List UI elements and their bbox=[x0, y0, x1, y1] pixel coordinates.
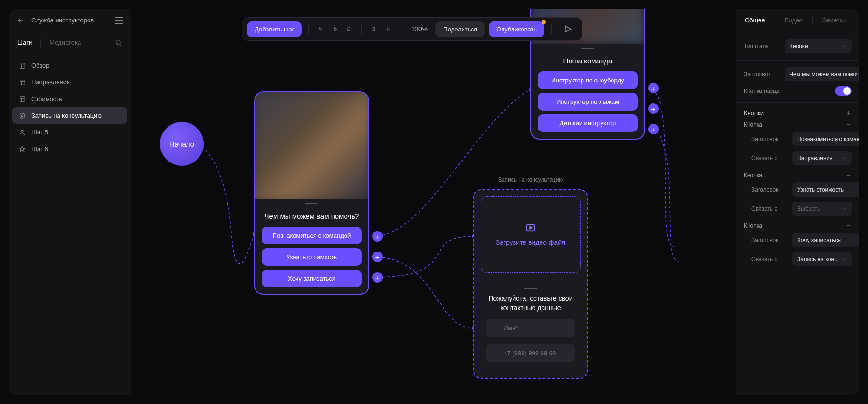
remove-icon[interactable] bbox=[845, 121, 852, 128]
title-label: Заголовок bbox=[751, 136, 788, 142]
button-config-1: Кнопка Заголовок Связать с Направления bbox=[744, 121, 852, 165]
palette-icon[interactable] bbox=[368, 24, 379, 34]
tab-general[interactable]: Общее bbox=[745, 17, 765, 24]
upload-icon bbox=[525, 222, 536, 233]
project-title: Служба инструкторов bbox=[31, 17, 108, 24]
phone-input[interactable] bbox=[486, 344, 575, 362]
share-button[interactable]: Поделиться bbox=[435, 21, 485, 37]
card-image bbox=[255, 92, 368, 199]
select-value: Запись на кон... bbox=[797, 256, 839, 263]
link-label: Связать с bbox=[751, 155, 788, 162]
divider bbox=[812, 17, 813, 24]
buttons-section-label: Кнопки bbox=[744, 110, 764, 117]
zoom-level[interactable]: 100% bbox=[407, 25, 432, 33]
svg-point-6 bbox=[21, 130, 24, 132]
heading-label: Заголовок bbox=[744, 71, 780, 78]
tab-notes[interactable]: Заметки bbox=[822, 17, 846, 24]
comment-icon[interactable] bbox=[344, 24, 355, 34]
card-button-ski[interactable]: Инструктор по лыжам bbox=[538, 93, 638, 111]
divider bbox=[400, 24, 400, 34]
card-button-signup[interactable]: Хочу записаться bbox=[262, 270, 362, 287]
add-connection-button[interactable]: + bbox=[372, 252, 383, 262]
heading-input[interactable] bbox=[785, 67, 859, 81]
card-button-team[interactable]: Познакомиться с командой bbox=[262, 227, 362, 244]
step-type-select[interactable]: Кнопки bbox=[785, 39, 852, 53]
card-button-pricing[interactable]: Узнать стоимость bbox=[262, 248, 362, 266]
publish-button[interactable]: Опубликовать bbox=[489, 21, 544, 37]
button-title-input[interactable] bbox=[792, 132, 859, 146]
cursor-icon[interactable] bbox=[316, 24, 326, 34]
button-title-input[interactable] bbox=[792, 233, 859, 247]
sidebar-header: Служба инструкторов bbox=[9, 9, 131, 32]
notification-dot-icon bbox=[542, 20, 546, 24]
right-panel-tabs: Общее Видео Заметки bbox=[736, 9, 859, 32]
name-input[interactable] bbox=[486, 319, 575, 337]
start-label: Начало bbox=[169, 140, 194, 148]
button-title-input[interactable] bbox=[792, 182, 859, 197]
connections bbox=[131, 9, 736, 395]
add-connection-button[interactable]: + bbox=[648, 83, 659, 93]
tab-media[interactable]: Медиатека bbox=[49, 39, 81, 46]
step-item-pricing[interactable]: Стоимость bbox=[12, 91, 127, 107]
booking-card[interactable]: Запись на консультацию Загрузите видео ф… bbox=[474, 190, 587, 378]
card-button-kids[interactable]: Детский инструктор bbox=[538, 114, 638, 132]
card-button-snowboard[interactable]: Инструктор по сноуборду bbox=[538, 71, 638, 89]
sidebar-tabs: Шаги Медиатека bbox=[9, 32, 131, 53]
back-button-toggle[interactable] bbox=[835, 86, 852, 96]
layout-icon bbox=[19, 79, 26, 86]
play-icon[interactable] bbox=[563, 24, 572, 34]
title-label: Заголовок bbox=[751, 237, 788, 243]
svg-point-5 bbox=[21, 115, 23, 117]
add-step-button[interactable]: Добавить шаг bbox=[247, 21, 302, 37]
svg-point-16 bbox=[374, 28, 375, 29]
step-item-overview[interactable]: Обзор bbox=[12, 57, 127, 74]
start-node[interactable]: Начало bbox=[160, 122, 204, 166]
heading-section: Заголовок Кнопка назад bbox=[736, 61, 859, 103]
overview-card[interactable]: Обзор Чем мы можем вам помочь? Познакоми… bbox=[255, 92, 368, 294]
svg-point-17 bbox=[375, 30, 375, 30]
step-item-6[interactable]: Шаг 6 bbox=[12, 141, 127, 157]
tab-video[interactable]: Видео bbox=[785, 17, 803, 24]
settings-icon[interactable] bbox=[383, 24, 393, 34]
layout-icon bbox=[19, 62, 26, 69]
step-label: Запись на консультацию bbox=[31, 112, 102, 119]
select-value: Кнопки bbox=[789, 43, 808, 50]
canvas[interactable]: Начало Обзор Чем мы можем вам помочь? По… bbox=[131, 9, 736, 395]
step-label: Шаг 5 bbox=[31, 129, 48, 136]
star-icon bbox=[19, 146, 26, 152]
right-panel: Общее Видео Заметки Тип шага Кнопки Заго… bbox=[736, 9, 859, 395]
buttons-section: Кнопки Кнопка Заголовок Связать с bbox=[736, 103, 859, 280]
divider bbox=[551, 24, 552, 34]
menu-icon[interactable] bbox=[115, 17, 123, 24]
svg-point-4 bbox=[20, 113, 25, 118]
add-connection-button[interactable]: + bbox=[648, 124, 659, 134]
select-value: Направления bbox=[797, 155, 833, 162]
chevron-down-icon bbox=[842, 257, 847, 262]
tab-steps[interactable]: Шаги bbox=[17, 39, 32, 46]
search-icon[interactable] bbox=[115, 39, 122, 47]
card-title: Наша команда bbox=[531, 49, 644, 71]
hand-icon[interactable] bbox=[330, 24, 340, 34]
steps-list: Обзор Направления Стоимость Запись на ко… bbox=[9, 53, 131, 161]
link-select[interactable]: Направления bbox=[792, 151, 852, 165]
step-item-booking[interactable]: Запись на консультацию bbox=[12, 107, 127, 124]
back-arrow-icon[interactable] bbox=[16, 16, 25, 25]
remove-icon[interactable] bbox=[845, 222, 852, 229]
link-select[interactable]: Выбрать bbox=[792, 202, 852, 216]
add-icon[interactable] bbox=[845, 110, 852, 117]
layout-icon bbox=[19, 96, 26, 102]
add-connection-button[interactable]: + bbox=[372, 272, 383, 283]
svg-point-14 bbox=[372, 27, 376, 31]
link-select[interactable]: Запись на кон... bbox=[792, 252, 852, 266]
form-card: Пожалуйста, оставьте свои контактные дан… bbox=[481, 278, 581, 372]
step-item-5[interactable]: Шаг 5 bbox=[12, 124, 127, 141]
add-connection-button[interactable]: + bbox=[648, 103, 659, 114]
button-config-3: Кнопка Заголовок Связать с Запись на кон… bbox=[744, 222, 852, 266]
add-connection-button[interactable]: + bbox=[372, 231, 383, 242]
tab-divider bbox=[40, 39, 41, 47]
step-item-directions[interactable]: Направления bbox=[12, 74, 127, 91]
remove-icon[interactable] bbox=[845, 172, 852, 179]
upload-text: Загрузите видео файл bbox=[496, 239, 565, 246]
link-label: Связать с bbox=[751, 256, 788, 263]
upload-zone[interactable]: Загрузите видео файл bbox=[481, 196, 581, 273]
